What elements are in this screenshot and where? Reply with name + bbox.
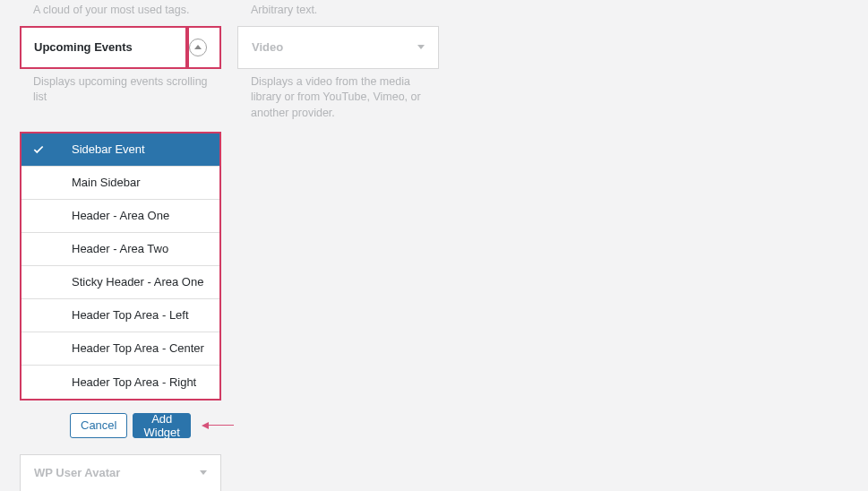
- arbitrary-text-desc: Arbitrary text.: [237, 0, 439, 26]
- left-column: A cloud of your most used tags. Upcoming…: [20, 0, 221, 491]
- option-label: Header - Area One: [72, 209, 169, 222]
- upcoming-events-widget[interactable]: Upcoming Events: [20, 26, 221, 69]
- widget-toggle-button[interactable]: [189, 39, 207, 56]
- option-label: Header Top Area - Center: [72, 341, 204, 355]
- tag-cloud-desc: A cloud of your most used tags.: [20, 0, 221, 26]
- action-buttons: Cancel Add Widget: [70, 413, 221, 438]
- option-label: Header - Area Two: [72, 242, 168, 255]
- arrow-left-icon: [202, 422, 209, 429]
- cancel-button[interactable]: Cancel: [70, 413, 127, 438]
- sidebar-option-main-sidebar[interactable]: Main Sidebar: [21, 167, 219, 200]
- chevron-down-icon: [200, 470, 207, 475]
- wp-user-avatar-widget[interactable]: WP User Avatar: [20, 454, 221, 492]
- add-widget-button[interactable]: Add Widget: [133, 413, 190, 438]
- chevron-up-icon: [194, 45, 202, 49]
- option-label: Header Top Area - Left: [72, 308, 189, 322]
- option-label: Sticky Header - Area One: [72, 275, 203, 289]
- arrow-indicator: [202, 422, 234, 429]
- widget-title: Upcoming Events: [34, 40, 133, 54]
- right-column: Arbitrary text. Video Displays a video f…: [237, 0, 439, 491]
- sidebar-option-sticky-header[interactable]: Sticky Header - Area One: [21, 266, 219, 299]
- sidebar-option-top-left[interactable]: Header Top Area - Left: [21, 299, 219, 332]
- video-widget[interactable]: Video: [237, 26, 439, 69]
- sidebar-option-top-center[interactable]: Header Top Area - Center: [21, 332, 219, 366]
- upcoming-events-desc: Displays upcoming events scrolling list: [20, 69, 221, 115]
- sidebar-option-header-one[interactable]: Header - Area One: [21, 200, 219, 233]
- sidebar-option-sidebar-event[interactable]: Sidebar Event: [21, 134, 219, 167]
- chevron-down-icon: [417, 45, 425, 49]
- sidebar-select-list: Sidebar Event Main Sidebar Header - Area…: [20, 132, 221, 401]
- option-label: Main Sidebar: [72, 176, 141, 189]
- check-icon: [32, 143, 45, 156]
- sidebar-option-top-right[interactable]: Header Top Area - Right: [21, 366, 219, 399]
- option-label: Sidebar Event: [72, 142, 145, 156]
- sidebar-option-header-two[interactable]: Header - Area Two: [21, 233, 219, 266]
- option-label: Header Top Area - Right: [72, 375, 196, 389]
- widget-title: WP User Avatar: [34, 466, 120, 479]
- video-desc: Displays a video from the media library …: [237, 69, 439, 131]
- widget-title: Video: [252, 40, 283, 54]
